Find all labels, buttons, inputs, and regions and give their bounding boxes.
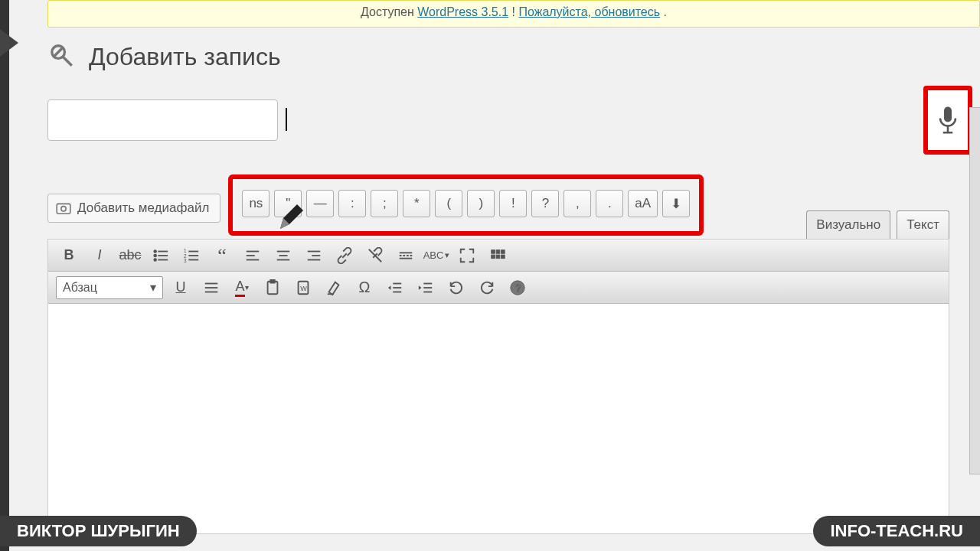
toggle-toolbar-button[interactable] xyxy=(485,244,511,267)
italic-button[interactable]: I xyxy=(87,244,113,267)
editor: B I abc 123 “ ABC▾ Абзац ▾ U A ▾ W xyxy=(47,239,949,534)
strike-button[interactable]: abc xyxy=(117,244,143,267)
align-justify-button[interactable] xyxy=(198,276,224,299)
punct-colon[interactable]: : xyxy=(338,190,366,217)
link-button[interactable] xyxy=(332,244,358,267)
page-title: Добавить запись xyxy=(89,43,281,71)
help-button[interactable]: ? xyxy=(505,276,531,299)
notice-text: Доступен xyxy=(361,5,417,18)
paste-text-button[interactable] xyxy=(260,276,286,299)
blockquote-button[interactable]: “ xyxy=(209,244,235,267)
svg-line-27 xyxy=(369,249,382,262)
notice-text: . xyxy=(664,5,667,18)
post-title-input[interactable] xyxy=(47,99,278,141)
add-media-button[interactable]: Добавить медиафайл xyxy=(47,194,220,223)
punct-comma[interactable]: , xyxy=(564,190,591,217)
svg-rect-32 xyxy=(496,249,500,253)
svg-rect-31 xyxy=(492,249,495,253)
spellcheck-button[interactable]: ABC▾ xyxy=(423,244,449,267)
svg-point-6 xyxy=(154,250,156,253)
redo-button[interactable] xyxy=(474,276,500,299)
svg-rect-1 xyxy=(944,107,952,122)
toolbar-row-1: B I abc 123 “ ABC▾ xyxy=(48,240,949,272)
punct-case[interactable]: аА xyxy=(628,190,658,217)
special-char-button[interactable]: Ω xyxy=(351,276,377,299)
title-row xyxy=(47,86,980,155)
more-button[interactable] xyxy=(393,244,419,267)
indent-button[interactable] xyxy=(413,276,439,299)
pin-icon xyxy=(41,35,85,79)
underline-button[interactable]: U xyxy=(168,276,194,299)
punct-dash[interactable]: — xyxy=(306,190,334,217)
clear-format-button[interactable] xyxy=(321,276,347,299)
svg-rect-3 xyxy=(943,132,953,134)
add-media-label: Добавить медиафайл xyxy=(77,201,209,216)
author-banner: ВИКТОР ШУРЫГИН xyxy=(0,516,197,546)
camera-icon xyxy=(56,202,71,214)
align-left-button[interactable] xyxy=(240,244,266,267)
outdent-button[interactable] xyxy=(382,276,408,299)
svg-rect-2 xyxy=(947,126,949,132)
site-banner: INFO-TEACH.RU xyxy=(813,516,980,546)
tab-visual[interactable]: Визуально xyxy=(806,210,890,239)
editor-top-row: Добавить медиафайл ns " — : ; * ( ) ! ? … xyxy=(47,178,980,239)
fullscreen-button[interactable] xyxy=(454,244,480,267)
punct-quote[interactable]: " xyxy=(274,190,302,217)
number-list-button[interactable]: 123 xyxy=(178,244,204,267)
unlink-button[interactable] xyxy=(362,244,388,267)
svg-point-8 xyxy=(154,259,156,261)
sidebar-panel xyxy=(969,107,980,474)
svg-rect-33 xyxy=(501,249,505,253)
svg-point-7 xyxy=(154,254,156,256)
chevron-down-icon: ▾ xyxy=(150,280,156,295)
format-select[interactable]: Абзац ▾ xyxy=(56,276,163,299)
bullet-list-button[interactable] xyxy=(148,244,174,267)
svg-rect-36 xyxy=(501,255,505,259)
microphone-button[interactable] xyxy=(923,86,972,155)
punct-down[interactable]: ⬇ xyxy=(662,190,690,217)
svg-rect-4 xyxy=(57,204,70,214)
editor-tabs: Визуально Текст xyxy=(806,210,949,239)
punct-ns[interactable]: ns xyxy=(242,190,270,217)
admin-sidebar xyxy=(0,0,9,551)
punct-asterisk[interactable]: * xyxy=(403,190,430,217)
punct-lparen[interactable]: ( xyxy=(435,190,462,217)
svg-rect-34 xyxy=(492,255,495,259)
paste-word-button[interactable]: W xyxy=(290,276,316,299)
punct-semicolon[interactable]: ; xyxy=(371,190,398,217)
svg-text:W: W xyxy=(300,284,307,292)
text-color-button[interactable]: A ▾ xyxy=(229,276,255,299)
svg-point-5 xyxy=(61,207,66,211)
wp-version-link[interactable]: WordPress 3.5.1 xyxy=(417,5,508,18)
svg-rect-35 xyxy=(496,255,500,259)
align-center-button[interactable] xyxy=(270,244,296,267)
bold-button[interactable]: B xyxy=(56,244,82,267)
svg-rect-41 xyxy=(270,279,275,282)
undo-button[interactable] xyxy=(443,276,469,299)
svg-text:3: 3 xyxy=(184,258,187,263)
punct-question[interactable]: ? xyxy=(531,190,559,217)
update-link[interactable]: Пожалуйста, обновитесь xyxy=(518,5,660,18)
main-content: Доступен WordPress 3.5.1 ! Пожалуйста, о… xyxy=(9,0,980,551)
punct-bang[interactable]: ! xyxy=(499,190,527,217)
tab-text[interactable]: Текст xyxy=(897,210,949,239)
page-header: Добавить запись xyxy=(47,41,980,72)
text-cursor xyxy=(286,108,287,131)
format-select-label: Абзац xyxy=(63,281,97,295)
punctuation-toolbar: ns " — : ; * ( ) ! ? , . аА ⬇ xyxy=(228,174,704,236)
punct-rparen[interactable]: ) xyxy=(467,190,495,217)
svg-text:?: ? xyxy=(515,282,521,293)
editor-body[interactable] xyxy=(48,304,949,533)
update-notice: Доступен WordPress 3.5.1 ! Пожалуйста, о… xyxy=(47,0,980,28)
align-right-button[interactable] xyxy=(301,244,327,267)
punct-period[interactable]: . xyxy=(596,190,623,217)
toolbar-row-2: Абзац ▾ U A ▾ W Ω ? xyxy=(48,272,949,304)
